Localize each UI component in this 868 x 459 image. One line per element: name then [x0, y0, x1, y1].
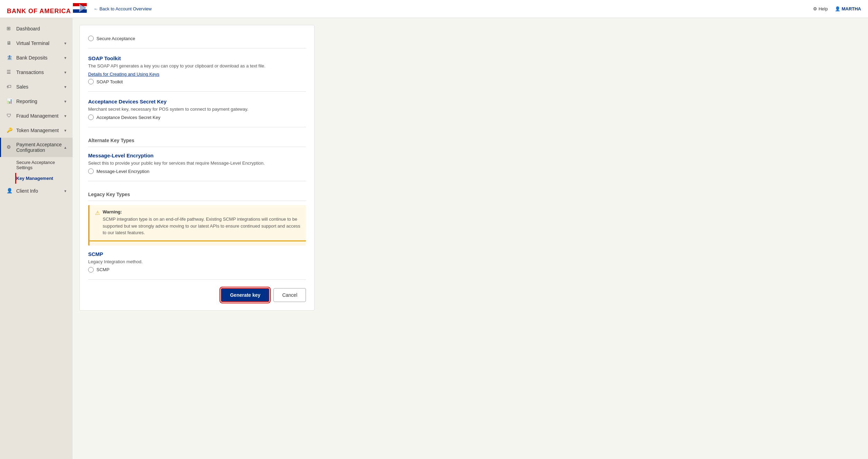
user-icon: 👤	[7, 188, 13, 194]
chevron-down-icon: ▼	[64, 189, 67, 193]
chevron-down-icon: ▼	[64, 129, 67, 132]
soap-toolkit-link[interactable]: Details for Creating and Using Keys	[88, 72, 159, 77]
soap-toolkit-desc: The SOAP API generates a key you can cop…	[88, 63, 306, 68]
warning-box: ⚠ Warning: SCMP integration type is on a…	[88, 205, 306, 246]
logo-flag-icon	[73, 3, 87, 13]
user-icon: 👤	[835, 6, 840, 11]
sidebar-sub-item-secure-acceptance-settings[interactable]: Secure Acceptance Settings	[15, 157, 73, 173]
scmp-radio[interactable]	[88, 267, 94, 273]
sidebar-sub-item-key-management[interactable]: Key Management	[15, 173, 73, 184]
sidebar-item-reporting[interactable]: 📊 Reporting ▼	[0, 94, 73, 109]
message-encryption-section: Message-Level Encryption Select this to …	[88, 153, 306, 181]
soap-toolkit-label[interactable]: SOAP Toolkit	[96, 79, 123, 84]
acceptance-devices-radio[interactable]	[88, 114, 94, 120]
sidebar-item-bank-deposits[interactable]: 🏦 Bank Deposits ▼	[0, 51, 73, 65]
legacy-key-types-heading: Legacy Key Types	[88, 188, 306, 201]
chevron-down-icon: ▼	[64, 42, 67, 45]
sidebar-item-transactions[interactable]: ☰ Transactions ▼	[0, 65, 73, 80]
list-icon: ☰	[7, 69, 13, 75]
warning-title: Warning:	[103, 209, 300, 214]
soap-toolkit-title: SOAP Toolkit	[88, 55, 306, 61]
help-icon: ⚙	[813, 6, 817, 11]
shield-icon: 🛡	[7, 113, 13, 119]
message-encryption-label[interactable]: Message-Level Encryption	[96, 169, 149, 174]
tag-icon: 🏷	[7, 84, 13, 90]
secure-acceptance-section: Secure Acceptance	[88, 36, 306, 48]
header-left: BANK OF AMERICA ← Back to Account Overvi…	[7, 3, 152, 15]
acceptance-devices-label[interactable]: Acceptance Devices Secret Key	[96, 115, 160, 120]
monitor-icon: 🖥	[7, 40, 13, 46]
sidebar-item-dashboard[interactable]: ⊞ Dashboard	[0, 21, 73, 36]
chevron-down-icon: ▼	[64, 100, 67, 103]
scmp-option: SCMP	[88, 267, 306, 273]
layout: ⊞ Dashboard 🖥 Virtual Terminal ▼ 🏦 Bank …	[0, 18, 868, 459]
bank-logo: BANK OF AMERICA	[7, 3, 87, 15]
sidebar-item-fraud-management[interactable]: 🛡 Fraud Management ▼	[0, 109, 73, 123]
grid-icon: ⊞	[7, 26, 13, 32]
scmp-title: SCMP	[88, 251, 306, 257]
soap-toolkit-radio[interactable]	[88, 79, 94, 84]
bank-icon: 🏦	[7, 55, 13, 61]
sidebar-item-payment-acceptance[interactable]: ⚙ Payment Acceptance Configuration ▲	[0, 138, 73, 157]
back-to-account-link[interactable]: ← Back to Account Overview	[94, 6, 152, 11]
acceptance-devices-option: Acceptance Devices Secret Key	[88, 114, 306, 120]
secure-acceptance-radio[interactable]	[88, 36, 94, 41]
message-encryption-option: Message-Level Encryption	[88, 168, 306, 174]
bar-chart-icon: 📊	[7, 98, 13, 104]
alternate-key-types-heading: Alternate Key Types	[88, 134, 306, 147]
sidebar-item-virtual-terminal[interactable]: 🖥 Virtual Terminal ▼	[0, 36, 73, 51]
user-menu[interactable]: 👤 MARTHA	[835, 6, 861, 11]
gear-icon: ⚙	[7, 144, 13, 150]
warning-text: SCMP integration type is on an end-of-li…	[103, 216, 300, 236]
generate-key-button[interactable]: Generate key	[221, 288, 269, 302]
message-encryption-desc: Select this to provide your public key f…	[88, 160, 306, 166]
header-right: ⚙ Help 👤 MARTHA	[813, 6, 861, 11]
sidebar-item-sales[interactable]: 🏷 Sales ▼	[0, 80, 73, 94]
acceptance-devices-section: Acceptance Devices Secret Key Merchant s…	[88, 99, 306, 127]
acceptance-devices-title: Acceptance Devices Secret Key	[88, 99, 306, 104]
secure-acceptance-option: Secure Acceptance	[88, 36, 306, 41]
acceptance-devices-desc: Merchant secret key, necessary for POS s…	[88, 107, 306, 112]
token-icon: 🔑	[7, 127, 13, 134]
header: BANK OF AMERICA ← Back to Account Overvi…	[0, 0, 868, 18]
scmp-desc: Legacy Integration method.	[88, 259, 306, 264]
cancel-button[interactable]: Cancel	[273, 288, 306, 302]
chevron-down-icon: ▼	[64, 56, 67, 60]
warning-bar-decoration	[90, 240, 306, 241]
scmp-label[interactable]: SCMP	[96, 267, 110, 272]
warning-triangle-icon: ⚠	[95, 210, 100, 216]
scmp-section: SCMP Legacy Integration method. SCMP	[88, 251, 306, 280]
chevron-down-icon: ▼	[64, 71, 67, 74]
soap-toolkit-option: SOAP Toolkit	[88, 79, 306, 84]
back-arrow-icon: ←	[94, 6, 98, 11]
secure-acceptance-label[interactable]: Secure Acceptance	[96, 36, 135, 41]
sidebar-item-token-management[interactable]: 🔑 Token Management ▼	[0, 123, 73, 138]
key-management-card: Secure Acceptance SOAP Toolkit The SOAP …	[80, 25, 315, 311]
sidebar-item-client-info[interactable]: 👤 Client Info ▼	[0, 184, 73, 198]
chevron-up-icon: ▲	[64, 146, 67, 149]
help-button[interactable]: ⚙ Help	[813, 6, 828, 11]
sidebar: ⊞ Dashboard 🖥 Virtual Terminal ▼ 🏦 Bank …	[0, 18, 73, 459]
message-encryption-title: Message-Level Encryption	[88, 153, 306, 158]
chevron-down-icon: ▼	[64, 85, 67, 89]
main-content: Secure Acceptance SOAP Toolkit The SOAP …	[73, 18, 868, 459]
soap-toolkit-section: SOAP Toolkit The SOAP API generates a ke…	[88, 55, 306, 92]
message-encryption-radio[interactable]	[88, 168, 94, 174]
payment-acceptance-submenu: Secure Acceptance Settings Key Managemen…	[0, 157, 73, 184]
button-row: Generate key Cancel	[88, 288, 306, 302]
chevron-down-icon: ▼	[64, 114, 67, 118]
